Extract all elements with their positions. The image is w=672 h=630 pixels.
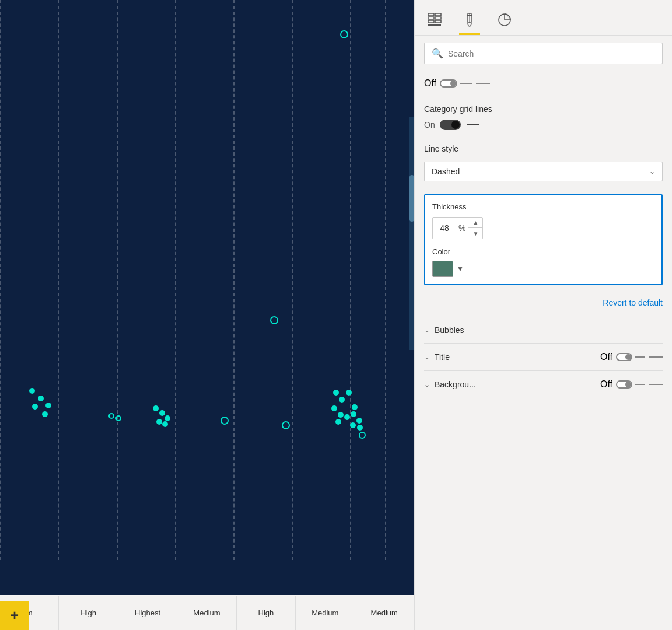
svg-rect-2 [428,20,434,23]
title-left: ⌄ Title [424,352,450,362]
data-dot [346,390,352,396]
axis-label: High [237,596,296,630]
category-grid-lines-label: Category grid lines [424,96,663,117]
thickness-value: 48 [433,220,456,236]
off-toggle-row: Off [424,71,663,96]
analytics-icon [496,12,513,28]
on-toggle-row: On [424,117,663,136]
data-dot [108,413,114,419]
data-dot [156,419,162,425]
tab-analytics[interactable] [494,7,515,35]
chart-content [0,0,414,595]
thickness-card: Thickness 48 % ▲ ▼ Color ▼ [424,194,663,285]
line-style-label: Line style [424,136,663,157]
line-style-dropdown[interactable]: Dashed ⌄ [424,162,663,181]
data-dot [359,432,366,439]
axis-label: Medium [177,596,236,630]
on-label: On [424,120,435,130]
svg-rect-6 [428,24,441,26]
data-dot [29,388,35,394]
dashed-line-1 [0,0,1,560]
dashed-line-7 [350,0,351,560]
toggle-off-track[interactable] [440,79,473,88]
title-toggle[interactable]: Off [600,352,663,362]
chart-scrollbar-thumb [410,175,414,222]
tab-format[interactable] [459,7,480,35]
brush-icon [461,12,478,28]
data-dot [331,405,337,411]
data-dot [164,415,170,421]
color-dropdown-arrow[interactable]: ▼ [457,265,464,273]
dashed-line-5 [233,0,235,560]
off-toggle[interactable]: Off [424,78,490,89]
data-dot [32,404,38,410]
line-style-dropdown-row: Dashed ⌄ [424,157,663,190]
data-dot [162,421,168,427]
data-dot [339,397,345,402]
dashed-line-2 [58,0,60,560]
thickness-unit: % [456,223,468,233]
grid-icon [426,12,443,28]
svg-rect-4 [435,17,441,19]
dashed-line-6 [292,0,293,560]
data-dot [338,412,344,418]
title-right: Off [600,352,663,362]
tab-visualizations[interactable] [424,7,445,35]
chevron-down-icon: ⌄ [424,353,430,361]
panel-tabs [415,0,672,36]
chevron-down-icon: ⌄ [424,326,430,334]
toggle-on-track[interactable] [440,120,461,130]
search-input[interactable] [448,49,655,58]
search-box[interactable]: 🔍 [424,43,663,64]
thickness-label: Thickness [432,202,654,211]
toggle-off-track[interactable] [616,353,645,361]
data-dot [282,421,290,429]
data-dot [46,402,51,408]
data-dot [352,404,358,410]
add-button[interactable]: + [0,601,29,630]
chevron-down-icon: ⌄ [424,380,430,388]
color-swatch[interactable] [432,261,453,277]
background-toggle[interactable]: Off [600,379,663,390]
axis-label: Medium [296,596,355,630]
bubbles-section[interactable]: ⌄ Bubbles [424,317,663,343]
data-dot [335,419,341,425]
data-dot [351,411,356,417]
data-dot [350,422,356,428]
color-label: Color [432,247,654,256]
bubbles-label: Bubbles [435,326,464,335]
thickness-input-row: 48 % ▲ ▼ [432,217,654,239]
background-toggle-label: Off [600,379,612,390]
thickness-input[interactable]: 48 % ▲ ▼ [432,217,483,239]
svg-rect-0 [428,13,434,16]
on-toggle[interactable]: On [424,120,663,130]
spinner-up[interactable]: ▲ [468,218,482,228]
data-dot [42,411,48,417]
toggle-off-track[interactable] [616,380,645,388]
axis-label: Medium [355,596,414,630]
chevron-down-icon: ⌄ [649,167,655,176]
background-section[interactable]: ⌄ Backgrou... Off [424,370,663,398]
dashed-line-4 [175,0,176,560]
spinner-down[interactable]: ▼ [468,228,482,239]
data-dot [357,425,363,430]
title-label: Title [435,352,450,362]
data-dot [159,410,165,416]
revert-to-default[interactable]: Revert to default [424,292,663,317]
title-toggle-label: Off [600,352,612,362]
title-section[interactable]: ⌄ Title Off [424,343,663,370]
search-icon: 🔍 [432,48,443,59]
data-dot [340,30,348,38]
axis-label: Highest [118,596,177,630]
off-label: Off [424,78,436,89]
dashed-line-3 [117,0,118,560]
data-dot [333,390,339,396]
data-dot [153,405,159,411]
chart-scrollbar[interactable] [410,117,414,350]
panel-content[interactable]: Off Category grid lines On [415,71,672,630]
bubbles-left: ⌄ Bubbles [424,326,464,335]
format-panel: 🔍 Off Category grid lines On [414,0,672,630]
data-dot [38,396,44,401]
svg-rect-5 [435,20,441,23]
chart-area: m High Highest Medium High Medium Medium… [0,0,414,630]
